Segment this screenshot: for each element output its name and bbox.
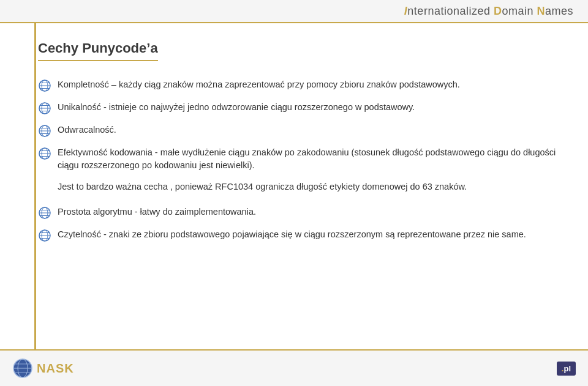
efficiency-sub-text: Jest to bardzo ważna cecha , ponieważ RF… — [58, 180, 559, 193]
bullet-efficiency-text: Efektywność kodowania - małe wydłużenie … — [58, 146, 559, 172]
globe-icon — [38, 147, 51, 160]
main-content: Cechy Punycode’a Kompletność – każdy cią… — [0, 23, 588, 349]
globe-icon — [38, 79, 51, 92]
bullet-uniqueness-text: Unikalność - istnieje co najwyżej jedno … — [58, 101, 559, 114]
globe-icon — [38, 229, 51, 242]
bullet-list: Kompletność – każdy ciąg znaków można za… — [38, 78, 559, 172]
globe-icon — [38, 124, 51, 138]
header-title-i: I — [404, 5, 408, 17]
nask-logo: NASK — [12, 358, 74, 379]
list-item: Odwracalność. — [38, 124, 559, 138]
list-item: Prostota algorytmu - łatwy do zaimplemen… — [38, 206, 559, 220]
pl-badge: .pl — [557, 362, 576, 376]
bullet-readability-text: Czytelność - znaki ze zbioru podstawoweg… — [58, 228, 559, 241]
header: Internationalized Domain Names — [0, 0, 588, 23]
footer: NASK .pl — [0, 349, 588, 386]
bullet-reversibility-text: Odwracalność. — [58, 124, 559, 136]
list-item: Efektywność kodowania - małe wydłużenie … — [38, 146, 559, 172]
globe-icon — [38, 102, 51, 115]
globe-icon — [38, 206, 51, 220]
nask-label: NASK — [37, 362, 74, 376]
bullet-simplicity-text: Prostota algorytmu - łatwy do zaimplemen… — [58, 206, 559, 218]
bullet-list-2: Prostota algorytmu - łatwy do zaimplemen… — [38, 206, 559, 242]
pl-text: pl — [564, 364, 571, 373]
header-title-d: D — [494, 5, 502, 17]
page-title: Cechy Punycode’a — [38, 40, 158, 61]
bullet-completeness-text: Kompletność – każdy ciąg znaków można za… — [58, 78, 559, 91]
nask-globe-icon — [12, 358, 33, 379]
list-item: Unikalność - istnieje co najwyżej jedno … — [38, 101, 559, 115]
header-title-n: N — [537, 5, 545, 17]
list-item: Czytelność - znaki ze zbioru podstawoweg… — [38, 228, 559, 242]
header-title: Internationalized Domain Names — [404, 5, 573, 18]
list-item: Kompletność – każdy ciąg znaków można za… — [38, 78, 559, 92]
